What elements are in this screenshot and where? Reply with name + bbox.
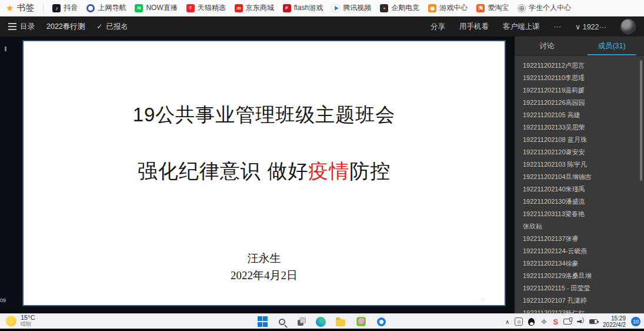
menu-icon: [8, 23, 16, 30]
enrolled-label: 已报名: [106, 22, 128, 32]
weather-temp: 15°C: [21, 315, 35, 321]
more-icon: ···: [554, 22, 562, 31]
enrolled-status: ✓ 已报名: [96, 22, 128, 32]
member-list-scrollbar[interactable]: [640, 60, 642, 181]
bookmark-penguin-esports[interactable]: 企鹅电竞: [380, 3, 419, 13]
now-live-icon: [135, 4, 143, 12]
task-view-button[interactable]: [296, 316, 308, 327]
member-list[interactable]: 192211202112卢思言 192211202110李思瑶 19221120…: [515, 56, 644, 313]
bookmark-label: NOW直播: [146, 3, 177, 13]
weather-condition: 晴朗: [21, 321, 35, 327]
star-icon: ★: [6, 3, 14, 14]
member-row: 192211202119温莉媛: [515, 84, 644, 97]
bookmark-label: 腾讯视频: [343, 3, 371, 13]
check-icon: ✓: [96, 22, 102, 31]
tmall-icon: [186, 4, 195, 12]
search-button[interactable]: [276, 316, 288, 327]
clock-date: 2022/4/2: [603, 322, 626, 328]
bookmark-tmall[interactable]: 天猫精选: [186, 3, 226, 13]
member-row: 张欣耘: [515, 220, 644, 233]
avatar[interactable]: [620, 19, 636, 34]
clock[interactable]: 15:29 2022/4/2: [603, 315, 626, 328]
jd-icon: [235, 4, 243, 12]
member-row: 192211202129洛桑旦增: [515, 270, 644, 282]
file-explorer-icon: [336, 319, 345, 326]
edge-button[interactable]: [315, 316, 327, 327]
cast-icon[interactable]: [563, 319, 572, 325]
member-row: 192211202120谢安安: [515, 146, 644, 158]
member-row: 192211202130潘盛流: [515, 196, 644, 208]
screen-bottom-edge: [0, 329, 644, 331]
bookmark-student-center[interactable]: 学生个人中心: [518, 3, 571, 13]
slide-date: 2022年4月2日: [24, 268, 505, 283]
swirl-tray-icon[interactable]: ◎: [515, 317, 523, 326]
member-row: 192211202112卢思言: [515, 59, 644, 72]
bookmark-now-live[interactable]: NOW直播: [135, 3, 177, 13]
slide: 19公共事业管理班级主题班会 强化纪律意识 做好疫情防控 汪永生 2022年4月…: [22, 40, 506, 306]
qq-icon[interactable]: [528, 318, 535, 326]
weather-widget[interactable]: 15°C 晴朗: [6, 315, 35, 327]
start-button[interactable]: [257, 316, 269, 327]
aitaobao-icon: [476, 4, 485, 12]
presentation-stage: 19公共事业管理班级主题班会 强化纪律意识 做好疫情防控 汪永生 2022年4月…: [0, 37, 515, 313]
tray-expand-button[interactable]: ∧: [505, 319, 509, 325]
clock-time: 15:29: [603, 315, 626, 322]
bookmark-jd[interactable]: 京东商城: [235, 3, 274, 13]
system-tray: ∧ ◎ ✥ S 15:29 2022/4/2 10: [505, 314, 640, 329]
tab-members[interactable]: 成员(31): [579, 37, 644, 55]
bookmark-label: 游戏中心: [439, 3, 468, 13]
client-class-button[interactable]: 客户端上课: [503, 22, 540, 32]
class-app-button[interactable]: [354, 315, 368, 328]
more-menu-button[interactable]: ···: [554, 22, 562, 31]
bookmark-label: 抖音: [64, 3, 78, 13]
bookmarks-star[interactable]: ★ 书签: [6, 2, 34, 14]
account-dropdown[interactable]: ∨ 1922···: [575, 22, 606, 31]
member-row: 192211202103 陈宇凡: [515, 158, 644, 171]
member-row: 192211202123杨仁红: [515, 307, 644, 313]
speaker-icon[interactable]: [577, 319, 584, 325]
member-row: 192211202115 - 田莹莹: [515, 282, 644, 294]
bookmark-game-center[interactable]: 游戏中心: [428, 3, 468, 13]
tool-tray-icon[interactable]: ✥: [540, 318, 548, 326]
browser-app-button[interactable]: [376, 316, 388, 327]
battery-icon[interactable]: [589, 319, 598, 324]
catalog-button[interactable]: 目录: [8, 22, 35, 32]
taskbar: 15°C 晴朗: [0, 313, 644, 329]
bookmark-douyin[interactable]: 抖音: [52, 3, 78, 13]
share-button[interactable]: 分享: [431, 22, 445, 32]
course-title: 2022春行测: [46, 22, 85, 32]
notification-badge[interactable]: 10: [631, 317, 640, 326]
file-explorer-button[interactable]: [335, 316, 346, 327]
slide-author: 汪永生: [24, 251, 505, 266]
sidebar-tabs: 讨论 成员(31): [515, 37, 644, 56]
bookmark-label: 上网导航: [98, 3, 126, 13]
sogou-input-icon[interactable]: S: [553, 317, 558, 326]
watch-on-phone-button[interactable]: 用手机看: [459, 22, 489, 32]
member-row: 192211202107 孔潇婷: [515, 294, 644, 307]
bookmark-flash-games[interactable]: flash游戏: [283, 3, 323, 13]
tab-discussion[interactable]: 讨论: [515, 37, 579, 55]
member-row: 192211202126高园园: [515, 97, 644, 109]
search-icon: [279, 319, 285, 325]
subtitle-highlight: 疫情: [308, 160, 349, 182]
bookmarks-star-label: 书签: [16, 2, 34, 14]
sidebar: 讨论 成员(31) 192211202112卢思言 192211202110李思…: [515, 37, 644, 313]
member-row: 192211203113梁春艳: [515, 208, 644, 220]
windows-icon: [258, 316, 268, 327]
bookmarks-divider: [43, 4, 44, 12]
sun-icon: [6, 316, 16, 326]
bookmark-navigation[interactable]: 上网导航: [86, 3, 126, 13]
class-app-icon: [356, 317, 366, 326]
subtitle-text: 防控: [349, 160, 391, 182]
bookmark-label: 企鹅电竞: [391, 3, 419, 13]
game-center-icon: [428, 4, 436, 12]
bookmark-tencent-video[interactable]: 腾讯视频: [332, 3, 371, 13]
member-row: 192211202110李思瑶: [515, 72, 644, 84]
member-row: 192211202140朱瑾禹: [515, 183, 644, 196]
page-mark: 09: [0, 297, 6, 303]
member-row: 192211202133吴思荣: [515, 121, 644, 134]
navigation-icon: [86, 4, 95, 12]
bookmark-aitaobao[interactable]: 爱淘宝: [476, 3, 509, 13]
subtitle-text: 强化纪律意识 做好: [138, 160, 308, 182]
edge-artifact: [5, 47, 6, 51]
